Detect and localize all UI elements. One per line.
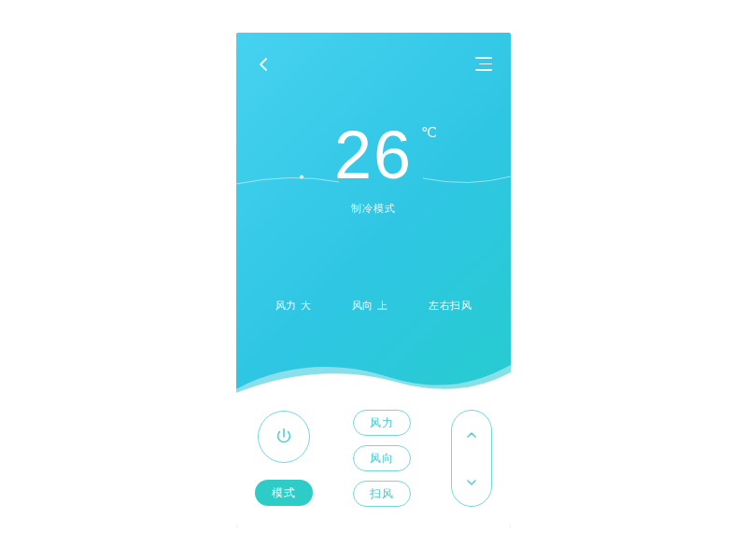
- power-icon: [274, 427, 294, 447]
- controls-left-column: 模式: [255, 411, 313, 506]
- temperature-display: 26 ℃ 制冷模式: [236, 121, 511, 216]
- status-row: 风力 大 风向 上 左右扫风: [236, 299, 511, 313]
- menu-button[interactable]: [475, 57, 492, 72]
- swing-button-label: 扫风: [370, 486, 394, 502]
- mode-button-label: 模式: [272, 485, 296, 501]
- swing-button[interactable]: 扫风: [353, 481, 411, 507]
- direction-button[interactable]: 风向: [353, 445, 411, 471]
- controls-mid-column: 风力 风向 扫风: [353, 410, 411, 507]
- temperature-unit: ℃: [421, 125, 439, 139]
- status-direction: 风向 上: [352, 299, 388, 313]
- back-button[interactable]: [255, 55, 274, 74]
- chevron-down-icon: [465, 476, 478, 489]
- mode-button[interactable]: 模式: [255, 480, 313, 506]
- temperature-value: 26: [334, 118, 413, 192]
- status-fan: 风力 大: [275, 299, 311, 313]
- fan-button[interactable]: 风力: [353, 410, 411, 436]
- mode-label: 制冷模式: [236, 202, 511, 216]
- ac-remote-screen: 26 ℃ 制冷模式 风力 大 风向 上 左右扫风 模式 风力: [236, 33, 511, 527]
- temp-down-button[interactable]: [452, 458, 491, 506]
- temperature-stepper: [451, 410, 492, 507]
- power-button[interactable]: [258, 411, 310, 463]
- direction-button-label: 风向: [370, 451, 394, 467]
- fan-button-label: 风力: [370, 415, 394, 431]
- temp-up-button[interactable]: [452, 411, 491, 458]
- controls-panel: 模式 风力 风向 扫风: [236, 389, 511, 527]
- status-swing: 左右扫风: [429, 299, 472, 313]
- header: [236, 53, 511, 76]
- chevron-up-icon: [465, 428, 478, 441]
